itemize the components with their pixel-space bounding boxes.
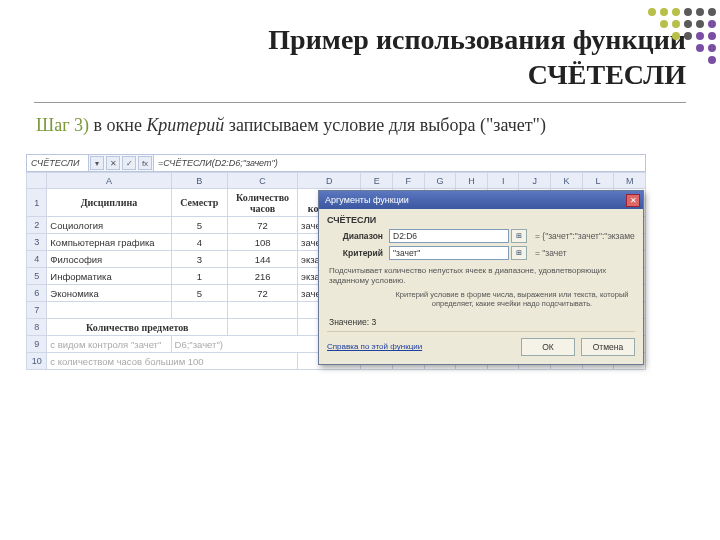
formula-bar: СЧЁТЕСЛИ ▾ ✕ ✓ fx =СЧЁТЕСЛИ(D2:D6;"зачет… <box>26 154 646 172</box>
corner-decoration <box>642 4 716 78</box>
step-text: Шаг 3) в окне Критерий записываем услови… <box>36 115 686 136</box>
col-C[interactable]: C <box>228 173 298 189</box>
close-icon[interactable]: ✕ <box>626 194 640 207</box>
dialog-function-name: СЧЁТЕСЛИ <box>327 215 635 225</box>
svg-point-0 <box>648 8 656 16</box>
formula-input[interactable]: =СЧЁТЕСЛИ(D2:D6;"зачет") <box>153 155 645 171</box>
svg-point-8 <box>684 20 692 28</box>
name-box[interactable]: СЧЁТЕСЛИ <box>27 155 89 171</box>
col-K[interactable]: K <box>551 173 583 189</box>
criteria-ref-icon[interactable]: ⊞ <box>511 246 527 260</box>
col-I[interactable]: I <box>487 173 519 189</box>
dialog-title-bar[interactable]: Аргументы функции ✕ <box>319 191 643 209</box>
excel-screenshot: СЧЁТЕСЛИ ▾ ✕ ✓ fx =СЧЁТЕСЛИ(D2:D6;"зачет… <box>26 154 646 370</box>
svg-point-17 <box>708 56 716 64</box>
title-line-1: Пример использования функции <box>268 24 686 55</box>
col-E[interactable]: E <box>361 173 393 189</box>
col-F[interactable]: F <box>392 173 424 189</box>
svg-point-14 <box>708 32 716 40</box>
step-prefix: Шаг 3) <box>36 115 89 135</box>
function-arguments-dialog: Аргументы функции ✕ СЧЁТЕСЛИ Диапазон D2… <box>318 190 644 365</box>
svg-point-11 <box>672 32 680 40</box>
dialog-description: Подсчитывает количество непустых ячеек в… <box>329 266 633 286</box>
svg-point-4 <box>696 8 704 16</box>
col-J[interactable]: J <box>519 173 551 189</box>
fx-icon[interactable]: fx <box>138 156 152 170</box>
svg-point-1 <box>660 8 668 16</box>
col-D[interactable]: D <box>298 173 361 189</box>
svg-point-9 <box>696 20 704 28</box>
col-G[interactable]: G <box>424 173 456 189</box>
help-link[interactable]: Справка по этой функции <box>327 342 422 351</box>
range-input[interactable]: D2:D6 <box>389 229 509 243</box>
dialog-sub-description: Критерий условие в форме числа, выражени… <box>391 290 633 309</box>
namebox-dropdown-icon[interactable]: ▾ <box>90 156 104 170</box>
dialog-result: Значение: 3 <box>329 317 633 327</box>
range-eval: = {"зачет":"зачет":"экзамен":"экзам... <box>535 231 635 241</box>
svg-point-13 <box>696 32 704 40</box>
svg-point-2 <box>672 8 680 16</box>
accept-formula-icon[interactable]: ✓ <box>122 156 136 170</box>
ok-button[interactable]: ОК <box>521 338 575 356</box>
svg-point-6 <box>660 20 668 28</box>
col-H[interactable]: H <box>456 173 488 189</box>
dialog-title: Аргументы функции <box>325 195 409 205</box>
col-B[interactable]: B <box>171 173 227 189</box>
range-label: Диапазон <box>327 231 389 241</box>
column-headers: A B C D E F G H I J K L M <box>27 173 646 189</box>
criteria-input[interactable]: "зачет" <box>389 246 509 260</box>
svg-point-5 <box>708 8 716 16</box>
cancel-formula-icon[interactable]: ✕ <box>106 156 120 170</box>
col-A[interactable]: A <box>47 173 171 189</box>
criteria-eval: = "зачет <box>535 248 635 258</box>
svg-point-12 <box>684 32 692 40</box>
criteria-label: Критерий <box>327 248 389 258</box>
svg-point-3 <box>684 8 692 16</box>
svg-point-7 <box>672 20 680 28</box>
col-L[interactable]: L <box>582 173 614 189</box>
step-italic: Критерий <box>146 115 224 135</box>
cancel-button[interactable]: Отмена <box>581 338 635 356</box>
svg-point-16 <box>708 44 716 52</box>
svg-point-10 <box>708 20 716 28</box>
range-ref-icon[interactable]: ⊞ <box>511 229 527 243</box>
svg-point-15 <box>696 44 704 52</box>
slide-title: Пример использования функции СЧЁТЕСЛИ <box>34 22 686 103</box>
col-M[interactable]: M <box>614 173 646 189</box>
